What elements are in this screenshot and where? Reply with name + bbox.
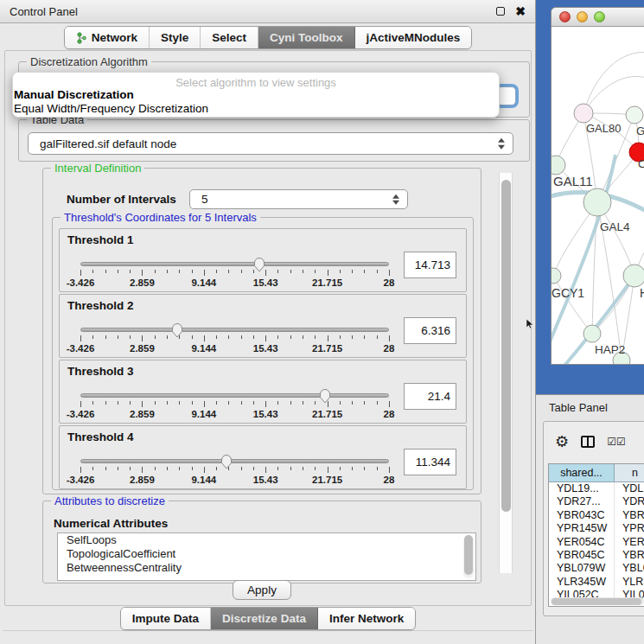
threshold-panel-1: Threshold 1-3.4262.8599.14415.4321.71528… [59,228,467,292]
control-panel: Control Panel ✖ NetworkStyleSelectCyni T… [0,0,536,644]
table-row[interactable]: YER054CYER0 [549,536,644,549]
threshold-1-value-field[interactable]: 14.713 [404,252,456,278]
cell-name: YBR0 [615,549,644,562]
cell-shared-name: YBR043C [549,509,615,522]
tab-jactivemnodules[interactable]: jActiveMNodules [355,27,472,48]
tab-select-label: Select [212,31,246,44]
tab-cyni-toolbox-label: Cyni Toolbox [270,31,343,44]
table-hscrollbar[interactable] [551,597,644,605]
network-view-window[interactable]: GAL80GCGAL11GAL4GCY1HHAP2 [551,7,644,365]
gear-icon[interactable]: ⚙ [555,434,569,450]
attr-items: SelfLoopsTopologicalCoefficientBetweenne… [58,533,475,575]
attribute-item-selfloops[interactable]: SelfLoops [58,533,475,547]
table-row[interactable]: YBL079WYBL0 [549,562,644,575]
attribute-item-topologicalcoefficient[interactable]: TopologicalCoefficient [58,547,475,561]
attributes-scrollbar[interactable] [463,535,474,578]
tab-style[interactable]: Style [150,27,201,48]
threshold-4-slider-track[interactable] [80,459,389,463]
numerical-attributes-list[interactable]: SelfLoopsTopologicalCoefficientBetweenne… [57,532,476,581]
network-graph[interactable]: GAL80GCGAL11GAL4GCY1HHAP2 [552,27,644,365]
algorithm-dropdown-popup: Select algorithm to view settings Manual… [12,72,500,118]
cell-name: YBL0 [615,562,644,575]
table-data-select[interactable]: galFiltered.sif default node [28,132,513,155]
threshold-3-ticks [80,401,389,408]
network-window-titlebar[interactable] [552,8,644,27]
top-tabgroup: NetworkStyleSelectCyni ToolboxjActiveMNo… [64,26,473,49]
threshold-4-ticks [80,467,389,474]
cell-name: YLR3 [615,576,644,589]
mac-close-icon[interactable] [559,11,571,22]
bottom-tabgroup: Impute DataDiscretize DataInfer Network [120,607,416,630]
select-columns-checkboxes-icon[interactable]: ☑☑ [607,436,626,448]
tab-select[interactable]: Select [201,27,258,48]
threshold-panel-4: Threshold 4-3.4262.8599.14415.4321.71528… [59,425,467,489]
interval-definition-legend: Interval Definition [51,162,144,175]
algorithm-option-equal-width-frequency-discretization[interactable]: Equal Width/Frequency Discretization [14,102,208,115]
mac-minimize-icon[interactable] [577,11,588,22]
mac-zoom-icon[interactable] [594,11,605,22]
bottom-tab-impute-data[interactable]: Impute Data [121,608,211,629]
algorithm-combobox-focus-ring[interactable] [497,86,516,105]
algorithm-option-manual-discretization[interactable]: Manual Discretization [14,88,134,101]
threshold-2-value-field[interactable]: 6.316 [404,317,456,344]
float-window-icon[interactable] [496,7,505,16]
bottom-tab-discretize-data[interactable]: Discretize Data [211,608,318,629]
threshold-1-slider-track[interactable] [80,262,389,266]
table-data-group: Table Data galFiltered.sif default node [18,119,530,162]
close-icon[interactable]: ✖ [515,7,526,16]
top-tabbar: NetworkStyleSelectCyni ToolboxjActiveMNo… [0,26,536,49]
table-row[interactable]: YLR345WYLR3 [549,576,644,589]
table-row[interactable]: YDR27...YDR2 [549,495,644,508]
threshold-3-slider-track[interactable] [80,393,389,398]
table-row[interactable]: YBR043CYBR0 [549,509,644,522]
tab-network[interactable]: Network [65,27,150,48]
node-label-gcy1: GCY1 [552,286,584,300]
threshold-2-ticks [80,335,389,342]
attributes-legend: Attributes to discretize [51,494,169,507]
table-row[interactable]: YPR145WYPR1 [549,522,644,535]
cell-shared-name: YBR045C [549,549,615,562]
network-desktop: GAL80GCGAL11GAL4GCY1HHAP2 [536,0,644,394]
node-gcy1[interactable] [552,268,561,284]
node-right-mid[interactable] [623,265,644,287]
cell-shared-name: YER054C [549,536,615,549]
cyni-toolbox-content: Discretization Algorithm Table Data galF… [4,50,532,606]
table-panel-title: Table Panel [536,395,644,414]
threshold-2-slider-track[interactable] [80,328,389,332]
apply-button[interactable]: Apply [233,580,291,600]
columns-icon[interactable] [581,436,595,448]
tab-jactivemnodules-label: jActiveMNodules [367,31,461,44]
table-hscrollbar-thumb[interactable] [552,598,641,605]
node-hap2[interactable] [583,325,601,342]
threshold-3-value-field[interactable]: 21.4 [404,383,456,410]
number-of-intervals-select[interactable]: 5 [189,189,408,209]
interval-definition-group: Interval Definition Number of Intervals … [42,168,481,494]
cell-name: YDL1 [615,482,644,495]
settings-scrollbar-thumb[interactable] [501,180,511,512]
column-header-n[interactable]: n [615,464,644,481]
table-panel-inner: ⚙ ☑☑ shared...n YDL19...YDL1YDR27...YDR2… [543,421,644,616]
tab-network-label: Network [92,31,137,44]
node-pink[interactable] [574,104,593,123]
threshold-1-tick-labels: -3.4262.8599.14415.4321.71528 [80,277,389,288]
bottom-tab-infer-network[interactable]: Infer Network [318,608,415,629]
node-top-right[interactable] [626,106,643,124]
attributes-scrollbar-thumb[interactable] [464,535,473,575]
threshold-4-tick-labels: -3.4262.8599.14415.4321.71528 [80,475,389,485]
threshold-4-value-field[interactable]: 11.344 [404,449,456,475]
node-gal4[interactable] [583,188,611,216]
threshold-3-label: Threshold 3 [67,365,134,378]
attribute-item-betweennesscentrality[interactable]: BetweennessCentrality [58,561,475,575]
attributes-group: Attributes to discretize Numerical Attri… [42,501,481,583]
table-row[interactable]: YDL19...YDL1 [549,482,644,495]
node-attribute-table[interactable]: shared...n YDL19...YDL1YDR27...YDR2YBR04… [548,463,644,607]
cell-name: YPR1 [615,522,644,535]
mouse-cursor [526,317,534,333]
table-row[interactable]: YBR045CYBR0 [549,549,644,562]
settings-scrollbar[interactable] [499,173,513,573]
tab-cyni-toolbox[interactable]: Cyni Toolbox [258,27,355,48]
cell-name: YER0 [615,536,644,549]
network-canvas[interactable]: GAL80GCGAL11GAL4GCY1HHAP2 [552,27,644,365]
column-header-shared[interactable]: shared... [549,464,615,481]
number-of-intervals-value: 5 [201,193,208,206]
